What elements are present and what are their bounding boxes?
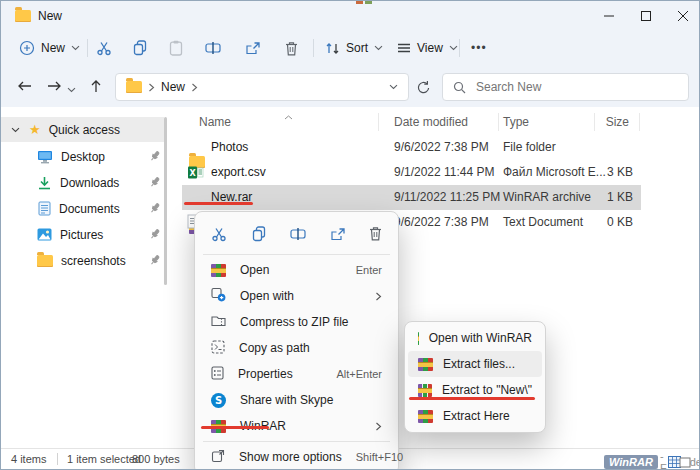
window-title: New [38,9,62,23]
toolbar-divider [313,39,314,57]
desktop-speck [356,1,363,4]
zip-folder-icon [211,314,226,330]
sidebar-item-screenshots[interactable]: screenshots [1,248,164,273]
menu-item-label: Open [240,263,269,277]
menu-item-show-more-options[interactable]: Show more options Shift+F10 [199,444,394,470]
back-button[interactable] [11,73,37,99]
maximize-button[interactable] [631,5,661,27]
menu-item-open-with[interactable]: Open with [199,283,394,309]
search-box[interactable] [442,73,689,101]
folder-icon [15,10,31,22]
menu-item-label: Open with [240,289,294,303]
column-divider[interactable] [498,113,499,131]
menu-item-label: Show more options [239,450,342,464]
file-size: 3 KB [561,160,633,185]
sidebar-item-label: screenshots [61,254,126,268]
winrar-icon [418,410,433,423]
column-header-name[interactable]: Name [199,115,231,129]
cut-button[interactable] [211,226,227,245]
new-button[interactable]: New [13,35,86,61]
breadcrumb-folder[interactable]: New [161,80,185,94]
menu-item-share-with-skype[interactable]: Share with Skype [199,387,394,413]
share-button[interactable] [240,35,266,61]
toolbar-divider [459,39,460,57]
delete-button[interactable] [369,226,382,244]
paste-icon [169,40,183,56]
column-divider[interactable] [594,113,595,131]
status-divider [57,453,58,465]
sidebar-item-quick-access[interactable]: ★ Quick access [1,117,164,142]
recent-locations-button[interactable] [67,82,76,96]
pictures-icon [37,228,52,241]
sidebar-item-label: Downloads [60,176,119,190]
sort-icon [325,42,340,55]
forward-button[interactable] [41,73,67,99]
minimize-button[interactable] [594,5,624,27]
properties-icon [211,366,224,383]
share-button[interactable] [330,227,346,244]
forward-arrow-icon [47,80,62,92]
paste-button[interactable] [163,35,189,61]
file-size: 0 KB [561,210,633,235]
menu-item-copy-as-path[interactable]: Copy as path [199,335,394,361]
address-dropdown-button[interactable] [389,84,398,90]
sidebar-item-label: Pictures [60,228,103,242]
chevron-down-icon [71,45,80,51]
annotation-underline-new-rar [184,202,253,205]
column-header-type[interactable]: Type [503,115,529,129]
column-header-date-modified[interactable]: Date modified [394,115,468,129]
copy-button[interactable] [127,35,153,61]
copy-button[interactable] [251,226,267,245]
refresh-button[interactable] [416,80,431,98]
maximize-icon [641,11,651,21]
winrar-icon [418,384,432,397]
up-arrow-icon [90,79,102,93]
context-menu: Open Enter Open with Compress to ZIP fil… [194,211,399,470]
sidebar-item-pictures[interactable]: Pictures [1,222,164,247]
pin-icon [149,202,161,217]
search-icon [453,81,466,94]
sidebar-scrollbar[interactable] [164,117,167,285]
pin-icon [149,176,161,191]
address-bar[interactable]: New [115,73,409,101]
documents-icon [38,201,51,216]
submenu-item-open-with-winrar[interactable]: Open with WinRAR [408,325,542,351]
ellipsis-icon: ••• [471,41,487,55]
search-input[interactable] [474,79,648,95]
close-button[interactable] [668,5,698,27]
sidebar-item-downloads[interactable]: Downloads [1,170,164,195]
watermark-text: -F [660,450,667,470]
sort-button[interactable]: Sort [319,35,389,61]
sidebar-item-desktop[interactable]: Desktop [1,144,164,169]
view-button[interactable]: View [391,35,464,61]
menu-item-open[interactable]: Open Enter [199,257,394,283]
rename-button[interactable] [200,35,226,61]
menu-item-compress-to-zip[interactable]: Compress to ZIP file [199,309,394,335]
chevron-down-icon [449,45,458,51]
submenu-item-extract-files[interactable]: Extract files... [408,351,542,377]
watermark-badge: WinRAR [604,455,658,469]
winrar-watermark: WinRAR -F dem [604,450,700,470]
submenu-chevron-icon [375,422,382,431]
menu-shortcut: Shift+F10 [356,451,403,463]
winrar-icon [418,358,433,371]
menu-separator [203,441,390,442]
pin-icon [149,150,161,165]
submenu-item-extract-here[interactable]: Extract Here [408,403,542,429]
rename-button[interactable] [290,227,306,244]
column-divider[interactable] [378,113,379,131]
delete-button[interactable] [278,35,304,61]
cut-button[interactable] [91,35,117,61]
menu-item-label: Properties [238,367,293,381]
show-more-icon [211,449,225,466]
view-icon [397,43,411,53]
svg-text:X: X [189,169,196,178]
pin-icon [149,228,161,243]
column-divider[interactable] [639,113,640,131]
menu-item-properties[interactable]: Properties Alt+Enter [199,361,394,387]
more-options-button[interactable]: ••• [465,35,493,61]
column-header-size[interactable]: Size [557,115,629,129]
skype-icon [211,393,226,408]
up-button[interactable] [83,73,109,99]
sidebar-item-documents[interactable]: Documents [1,196,164,221]
